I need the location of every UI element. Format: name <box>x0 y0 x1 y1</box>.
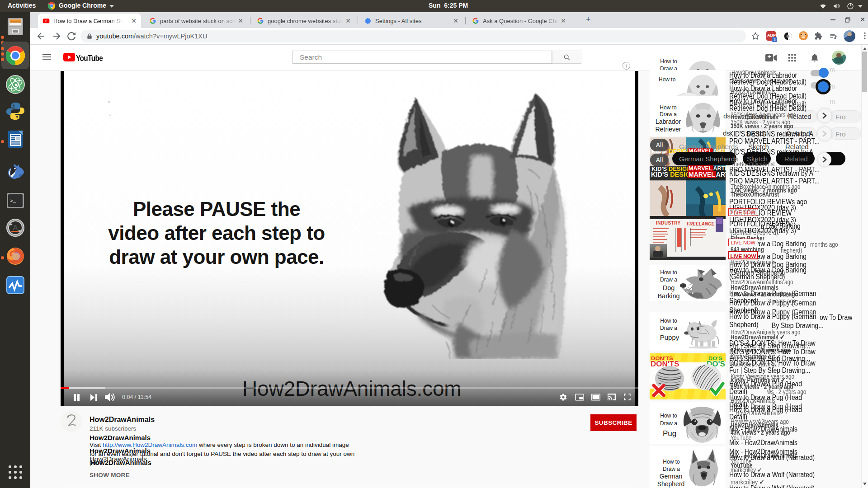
svg-text:>_: >_ <box>10 198 16 204</box>
